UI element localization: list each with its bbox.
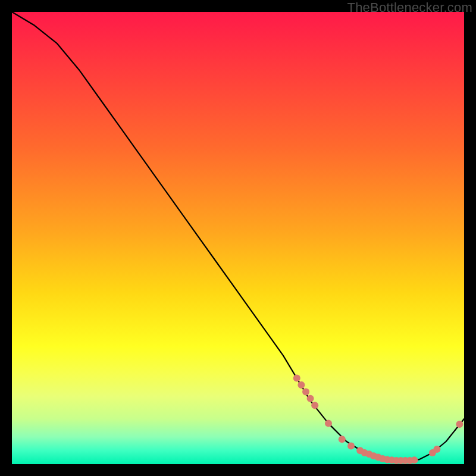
highlight-dot [311,402,318,409]
highlight-dot [433,446,440,453]
highlight-dot [339,436,346,443]
highlight-dot [307,395,314,402]
highlight-dot [302,388,309,395]
highlight-dots [293,375,464,464]
highlight-dot [325,420,332,427]
watermark-text: TheBottlenecker.com [347,0,472,15]
highlight-dot [456,421,463,428]
bottleneck-curve [12,12,464,461]
chart-frame [12,12,464,464]
highlight-dot [411,456,418,464]
highlight-dot [293,375,300,382]
chart-svg [12,12,464,464]
highlight-dot [347,443,355,450]
highlight-dot [298,381,305,389]
